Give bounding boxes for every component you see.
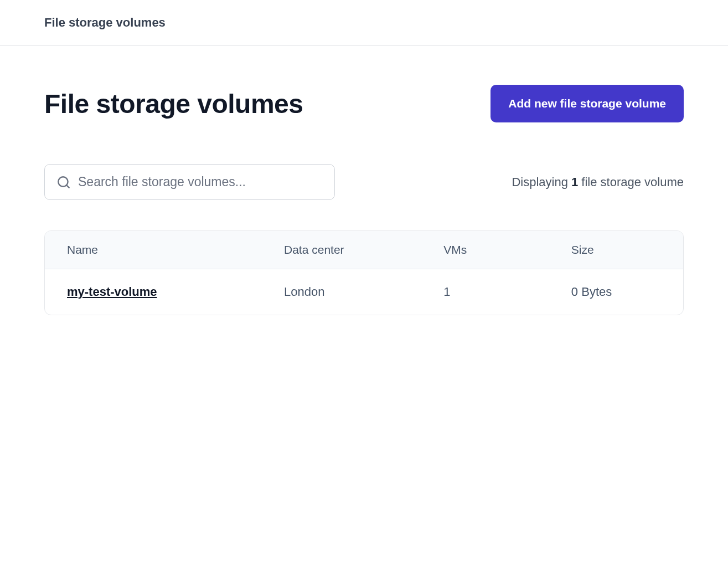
status-count: 1 [571, 175, 578, 189]
search-row: Displaying 1 file storage volume [44, 164, 684, 200]
result-count-text: Displaying 1 file storage volume [512, 175, 684, 189]
page-container: File storage volumes Add new file storag… [0, 46, 728, 354]
breadcrumb-title: File storage volumes [44, 16, 684, 30]
status-suffix: file storage volume [578, 175, 684, 189]
column-header-size: Size [549, 231, 683, 269]
volumes-table-wrapper: Name Data center VMs Size my-test-volume… [44, 230, 684, 315]
column-header-datacenter: Data center [262, 231, 421, 269]
search-input[interactable] [44, 164, 335, 200]
column-header-vms: VMs [421, 231, 549, 269]
volumes-table: Name Data center VMs Size my-test-volume… [45, 231, 683, 315]
table-row: my-test-volume London 1 0 Bytes [45, 269, 683, 315]
cell-datacenter: London [262, 269, 421, 315]
column-header-name: Name [45, 231, 262, 269]
cell-size: 0 Bytes [549, 269, 683, 315]
top-bar: File storage volumes [0, 0, 728, 46]
cell-vms: 1 [421, 269, 549, 315]
status-prefix: Displaying [512, 175, 571, 189]
table-header-row: Name Data center VMs Size [45, 231, 683, 269]
page-title: File storage volumes [44, 89, 303, 119]
header-row: File storage volumes Add new file storag… [44, 85, 684, 122]
add-volume-button[interactable]: Add new file storage volume [491, 85, 684, 122]
volume-name-link[interactable]: my-test-volume [67, 285, 157, 299]
search-wrapper [44, 164, 335, 200]
